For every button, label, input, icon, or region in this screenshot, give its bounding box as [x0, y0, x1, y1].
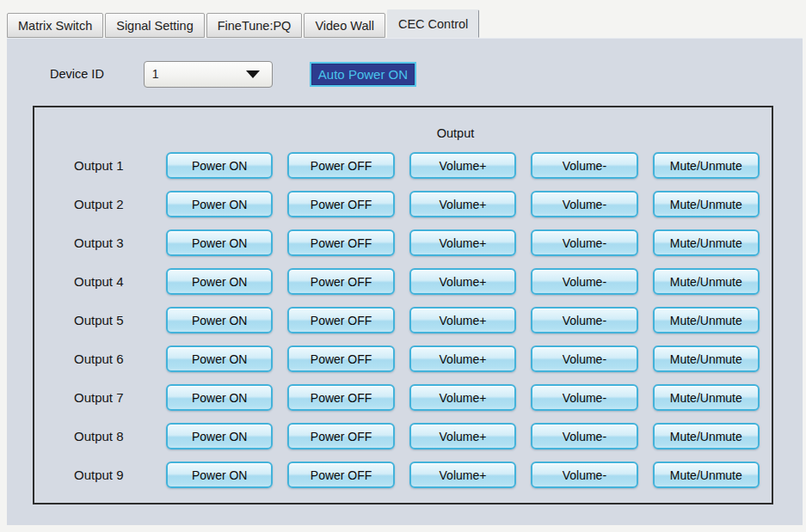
volume-minus-button[interactable]: Volume- [531, 191, 637, 217]
mute-unmute-button[interactable]: Mute/Unmute [653, 307, 760, 333]
power-off-button[interactable]: Power OFF [287, 152, 394, 179]
volume-minus-button[interactable]: Volume- [531, 462, 637, 488]
output-row: Output 8 Power ON Power OFF Volume+ Volu… [34, 417, 772, 456]
power-off-button[interactable]: Power OFF [287, 307, 394, 333]
volume-plus-button[interactable]: Volume+ [409, 345, 516, 372]
device-id-label: Device ID [50, 67, 104, 81]
output-row-label: Output 8 [55, 429, 151, 443]
power-on-button[interactable]: Power ON [166, 152, 273, 179]
tab-label: Signal Setting [116, 19, 193, 33]
volume-minus-button[interactable]: Volume- [531, 268, 637, 295]
mute-unmute-button[interactable]: Mute/Unmute [653, 229, 760, 256]
power-off-button[interactable]: Power OFF [287, 423, 394, 449]
output-title-row: Output [34, 107, 772, 146]
mute-unmute-button[interactable]: Mute/Unmute [653, 423, 760, 449]
volume-minus-button[interactable]: Volume- [531, 152, 637, 179]
cec-control-panel: Device ID 1 Auto Power ON Output Output … [7, 38, 803, 525]
output-row-label: Output 7 [55, 390, 151, 405]
output-row-label: Output 1 [55, 158, 151, 173]
volume-plus-button[interactable]: Volume+ [409, 268, 516, 295]
mute-unmute-button[interactable]: Mute/Unmute [653, 152, 760, 179]
output-row: Output 6 Power ON Power OFF Volume+ Volu… [34, 339, 772, 378]
mute-unmute-button[interactable]: Mute/Unmute [653, 191, 760, 217]
output-row: Output 9 Power ON Power OFF Volume+ Volu… [34, 456, 772, 494]
volume-minus-button[interactable]: Volume- [531, 345, 637, 372]
device-row: Device ID 1 Auto Power ON [50, 59, 416, 89]
output-row: Output 2 Power ON Power OFF Volume+ Volu… [34, 185, 772, 223]
volume-plus-button[interactable]: Volume+ [409, 384, 516, 411]
volume-plus-button[interactable]: Volume+ [409, 152, 516, 179]
volume-plus-button[interactable]: Volume+ [409, 423, 516, 449]
output-row: Output 3 Power ON Power OFF Volume+ Volu… [34, 223, 772, 262]
volume-minus-button[interactable]: Volume- [531, 229, 637, 256]
device-id-selected-value: 1 [152, 67, 159, 81]
output-row-label: Output 6 [55, 352, 151, 366]
power-on-button[interactable]: Power ON [166, 307, 273, 333]
power-on-button[interactable]: Power ON [166, 268, 273, 295]
tab-label: Video Wall [315, 19, 374, 33]
volume-minus-button[interactable]: Volume- [531, 423, 637, 449]
power-on-button[interactable]: Power ON [166, 384, 273, 411]
power-off-button[interactable]: Power OFF [287, 191, 394, 217]
power-on-button[interactable]: Power ON [166, 423, 273, 449]
output-row-label: Output 5 [55, 313, 151, 327]
output-row: Output 5 Power ON Power OFF Volume+ Volu… [34, 301, 772, 339]
volume-plus-button[interactable]: Volume+ [409, 191, 516, 217]
power-off-button[interactable]: Power OFF [287, 462, 394, 488]
tab-bar: Matrix Switch Signal Setting FineTune:PQ… [7, 9, 481, 38]
power-off-button[interactable]: Power OFF [287, 268, 394, 295]
output-groupbox: Output Output 1 Power ON Power OFF Volum… [33, 106, 773, 504]
output-row-label: Output 3 [55, 235, 151, 250]
tab-finetune-pq[interactable]: FineTune:PQ [206, 13, 303, 38]
output-row-label: Output 9 [55, 468, 151, 482]
volume-minus-button[interactable]: Volume- [531, 307, 637, 333]
tab-label: Matrix Switch [18, 19, 92, 33]
device-id-dropdown[interactable]: 1 [144, 61, 273, 88]
dropdown-arrow-icon [246, 70, 260, 78]
output-row: Output 1 Power ON Power OFF Volume+ Volu… [34, 146, 772, 185]
tab-label: FineTune:PQ [218, 19, 292, 33]
mute-unmute-button[interactable]: Mute/Unmute [653, 462, 760, 488]
output-row: Output 4 Power ON Power OFF Volume+ Volu… [34, 262, 772, 301]
mute-unmute-button[interactable]: Mute/Unmute [653, 345, 760, 372]
power-off-button[interactable]: Power OFF [287, 384, 394, 411]
power-off-button[interactable]: Power OFF [287, 345, 394, 372]
power-on-button[interactable]: Power ON [166, 345, 273, 372]
tab-signal-setting[interactable]: Signal Setting [105, 13, 204, 38]
output-title: Output [151, 126, 760, 140]
output-row-label: Output 2 [55, 197, 151, 211]
tab-matrix-switch[interactable]: Matrix Switch [7, 13, 103, 38]
tab-video-wall[interactable]: Video Wall [304, 13, 385, 38]
volume-plus-button[interactable]: Volume+ [409, 229, 516, 256]
output-rows: Output 1 Power ON Power OFF Volume+ Volu… [34, 146, 772, 494]
power-on-button[interactable]: Power ON [166, 462, 273, 488]
volume-plus-button[interactable]: Volume+ [409, 307, 516, 333]
volume-minus-button[interactable]: Volume- [531, 384, 637, 411]
power-on-button[interactable]: Power ON [166, 229, 273, 256]
tab-cec-control[interactable]: CEC Control [387, 9, 479, 38]
mute-unmute-button[interactable]: Mute/Unmute [653, 268, 760, 295]
volume-plus-button[interactable]: Volume+ [409, 462, 516, 488]
power-on-button[interactable]: Power ON [166, 191, 273, 217]
auto-power-on-button[interactable]: Auto Power ON [310, 62, 416, 87]
mute-unmute-button[interactable]: Mute/Unmute [653, 384, 760, 411]
tab-label: CEC Control [398, 17, 468, 31]
output-row-label: Output 4 [55, 274, 151, 289]
power-off-button[interactable]: Power OFF [287, 229, 394, 256]
output-row: Output 7 Power ON Power OFF Volume+ Volu… [34, 378, 772, 417]
